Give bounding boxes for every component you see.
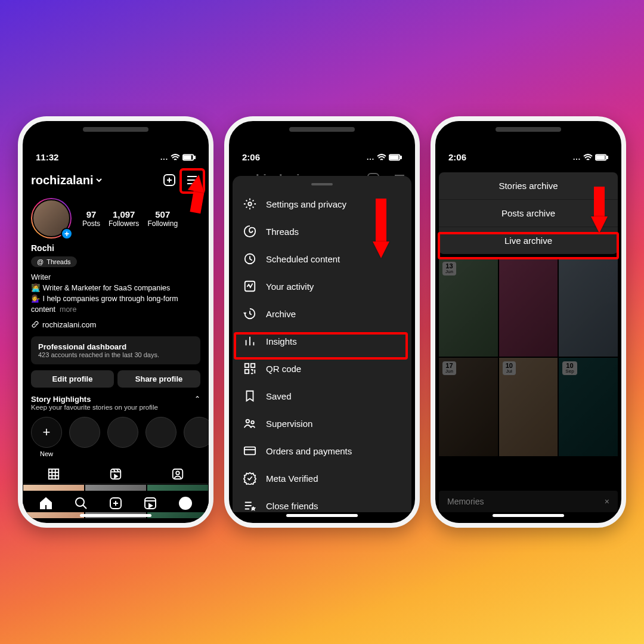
reels-tab[interactable] [107,467,124,481]
create-icon[interactable] [108,496,123,511]
story-tile[interactable] [559,258,618,357]
qr-icon [243,362,256,375]
card-icon [243,444,256,457]
svg-point-21 [246,420,250,423]
status-bar: 2:06 ... [229,144,415,167]
search-icon[interactable] [73,496,89,511]
signal-icon: ... [160,153,168,162]
story-tile[interactable]: 10Sep [559,358,618,456]
signal-icon: ... [367,153,374,162]
svg-rect-2 [184,156,191,159]
phone-menu: 2:06 ... rochizalani Settings and privac… [224,116,420,528]
clock-icon [243,252,256,265]
story-tile[interactable]: 10Jul [499,358,558,456]
arrow-annotation [371,199,391,258]
highlight-placeholder [184,417,209,457]
share-profile-button[interactable]: Share profile [117,370,200,388]
status-bar: 2:06 ... [435,144,621,167]
story-highlights-section[interactable]: ⌃ Story Highlights Keep your favourite s… [23,389,209,412]
status-icons: ... [160,153,196,162]
svg-rect-20 [245,370,249,373]
story-tile[interactable]: 17Jun [439,358,498,456]
menu-archive[interactable]: Archive [233,300,411,327]
profile-username[interactable]: rochizalani [31,174,103,187]
arrow-annotation [589,187,609,233]
clock: 2:06 [448,152,466,162]
highlight-archive [234,332,408,360]
story-tile[interactable] [499,258,558,357]
battery-icon [182,154,196,161]
gear-icon [243,197,256,210]
svg-rect-18 [245,364,249,367]
menu-activity[interactable]: Your activity [233,273,411,300]
svg-rect-1 [194,156,195,159]
activity-icon [243,280,256,293]
edit-profile-button[interactable]: Edit profile [31,370,114,388]
svg-point-22 [251,421,254,424]
archive-icon [243,307,256,320]
following-stat[interactable]: 507Following [147,209,178,228]
threads-icon: @ [37,258,44,265]
menu-saved[interactable]: Saved [233,382,411,410]
people-icon [243,417,256,430]
verified-icon [243,472,256,485]
menu-verified[interactable]: Meta Verified [233,465,411,492]
star-icon [243,527,256,528]
avatar[interactable]: + [31,198,72,239]
bottom-nav [23,491,209,512]
profile-icon[interactable] [178,496,193,511]
phone-profile: 11:32 ... rochizalani [18,116,213,528]
highlight-live-archive [438,232,619,259]
svg-rect-13 [391,156,398,159]
status-icons: ... [573,153,608,162]
highlight-placeholder [107,417,138,457]
grid-tab[interactable] [45,467,62,481]
reels-icon[interactable] [143,496,158,511]
posts-stat[interactable]: 97Posts [82,209,100,228]
display-name: Rochi [23,243,209,253]
clock: 11:32 [36,152,58,162]
phone-archive: 2:06 ... Stories archive 13Jun 17Jun 10J… [431,116,626,528]
svg-point-7 [76,498,84,506]
menu-close-friends[interactable]: Close friends [233,492,411,519]
tagged-tab[interactable] [169,467,186,481]
status-bar: 11:32 ... [23,144,209,167]
svg-point-15 [248,202,252,206]
menu-favourites[interactable]: Favourites [233,519,411,528]
bio-more[interactable]: more [60,305,76,314]
close-icon[interactable]: × [605,497,609,506]
add-highlight[interactable]: +New [31,417,62,457]
memories-bar[interactable]: Memories× [439,491,618,512]
menu-supervision[interactable]: Supervision [233,410,411,437]
followers-stat[interactable]: 1,097Followers [109,209,139,228]
bio: Writer 👩‍💻 Writer & Marketer for SaaS co… [23,270,209,318]
clock: 2:06 [242,152,260,162]
threads-icon [243,225,256,238]
arrow-annotation [187,175,208,213]
profile-link[interactable]: rochizalani.com [23,318,209,332]
svg-rect-27 [597,156,605,159]
list-star-icon [243,499,256,512]
professional-dashboard[interactable]: Professional dashboard 423 accounts reac… [31,336,200,364]
svg-rect-19 [251,364,255,367]
svg-point-6 [176,471,179,475]
svg-rect-12 [400,156,401,159]
threads-pill[interactable]: @ Threads [31,256,77,267]
highlight-placeholder [145,417,177,457]
menu-orders[interactable]: Orders and payments [233,437,411,465]
story-tile[interactable]: 13Jun [439,258,498,357]
home-icon[interactable] [38,496,54,511]
highlight-placeholder [69,417,100,457]
svg-rect-26 [606,156,608,159]
svg-rect-23 [244,447,255,455]
sheet-grabber[interactable] [311,183,333,185]
chevron-up-icon: ⌃ [194,395,200,403]
status-icons: ... [367,153,402,162]
create-button[interactable] [161,172,178,188]
archive-grid: 13Jun 17Jun 10Jul 10Sep [439,258,618,487]
svg-point-10 [179,497,191,509]
add-story-badge[interactable]: + [61,228,73,240]
signal-icon: ... [573,153,581,162]
bookmark-icon [243,389,256,402]
